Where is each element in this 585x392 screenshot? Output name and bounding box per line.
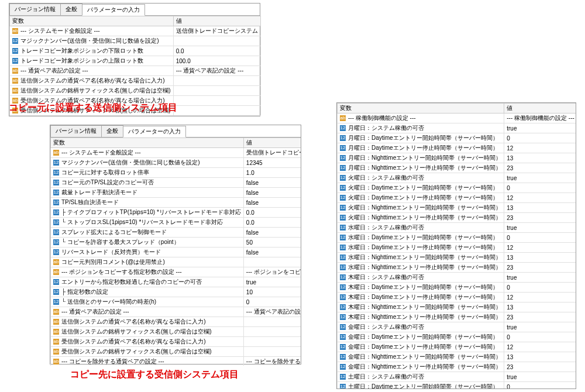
param-value[interactable] [173,106,260,116]
table-row[interactable]: ab--- 通貨ペア表記の設定 ------ 通貨ペア表記の設定 --- [51,307,301,317]
param-value[interactable] [173,76,260,86]
param-value[interactable]: --- ポジションをコピーする指定秒数の設定 --- [243,267,301,277]
param-value[interactable]: 0 [504,283,576,293]
table-row[interactable]: 12土曜日：システム稼働の可否true [338,372,576,382]
param-value[interactable]: true [243,277,301,287]
param-value[interactable]: false [243,247,301,257]
param-value[interactable]: true [504,223,576,233]
table-row[interactable]: abコピー元判別用コメント(@は使用禁止) [51,257,301,267]
param-value[interactable]: 0.0 [173,46,260,56]
table-row[interactable]: 12コピー元のTP/SL設定のコピー可否false [51,178,301,188]
param-value[interactable] [173,96,260,106]
param-value[interactable]: true [504,322,576,332]
table-row[interactable]: ab送信側システムの通貨ペア名(名称が異なる場合に入力) [51,317,301,327]
param-value[interactable]: false [243,228,301,238]
param-value[interactable]: --- 稼働制御機能の設定 --- [504,114,576,123]
table-row[interactable]: ab受信側システムの銘柄サフィックス名(無しの場合は空欄) [51,347,301,357]
table-row[interactable]: 12└ コピーを許容する最大スプレッド（point）50 [51,238,301,247]
param-value[interactable]: false [243,178,301,188]
param-value[interactable]: 0 [504,382,576,389]
table-row[interactable]: 12金曜日：Nighttimeエントリー開始時間帯（サーバー時間）13 [338,352,576,362]
table-row[interactable]: 12└ 送信側とのサーバー時間の時差(h)0 [51,297,301,307]
table-row[interactable]: 12└ ストップロスSL(1pips=10) *リバーストレードモード非対応0.… [51,218,301,228]
param-value[interactable]: 0 [504,183,576,193]
param-value[interactable]: --- コピーを除外する通貨ペアの設定 --- [243,357,301,366]
param-value[interactable]: 12 [504,143,576,153]
param-value[interactable]: 13 [504,153,576,163]
table-row[interactable]: ab送信側システムの銘柄サフィックス名(無しの場合は空欄) [51,327,301,337]
table-row[interactable]: 12金曜日：Daytimeエントリー開始時間帯（サーバー時間）0 [338,332,576,342]
schedule-scroll[interactable]: 変数値 ab--- 稼働制御機能の設定 ------ 稼働制御機能の設定 ---… [337,103,576,388]
table-row[interactable]: ab--- システムモード全般設定 ---送信側トレードコピーシステム [10,26,261,36]
table-row[interactable]: ab送信側システムの通貨ペア名(名称が異なる場合に入力) [10,76,261,86]
table-row[interactable]: 12裁量トレード手動決済モードfalse [51,188,301,198]
param-value[interactable] [243,317,301,327]
param-value[interactable]: 13 [504,253,576,263]
table-row[interactable]: 12火曜日：Nighttimeエントリー開始時間帯（サーバー時間）13 [338,203,576,213]
table-row[interactable]: 12水曜日：Nighttimeエントリー停止時間帯（サーバー時間）23 [338,263,576,273]
tab-general[interactable]: 全般 [60,4,82,15]
table-row[interactable]: 12水曜日：Daytimeエントリー開始時間帯（サーバー時間）0 [338,233,576,243]
tab-general[interactable]: 全般 [101,125,123,137]
table-row[interactable]: 12TP/SL独自決済モードfalse [51,198,301,208]
table-row[interactable]: 12火曜日：システム稼働の可否true [338,173,576,183]
table-row[interactable]: 12リバーストレード（反対売買）モードfalse [51,247,301,257]
param-value[interactable]: true [504,273,576,283]
tab-parameters[interactable]: パラメーターの入力 [123,126,186,137]
table-row[interactable]: ab--- コピーを除外する通貨ペアの設定 ------ コピーを除外する通貨ペ… [51,357,301,366]
table-row[interactable]: 12金曜日：Daytimeエントリー停止時間帯（サーバー時間）12 [338,342,576,352]
table-row[interactable]: 12コピー元に対する取得ロット倍率1.0 [51,168,301,178]
table-row[interactable]: 12スプレッド拡大によるコピー制御モードfalse [51,228,301,238]
param-value[interactable]: 0.0 [243,218,301,228]
param-value[interactable] [173,86,260,96]
table-row[interactable]: 12火曜日：Daytimeエントリー開始時間帯（サーバー時間）0 [338,183,576,193]
table-row[interactable]: 12月曜日：Nighttimeエントリー開始時間帯（サーバー時間）13 [338,153,576,163]
tab-version[interactable]: バージョン情報 [50,125,102,137]
table-row[interactable]: ab--- システムモード全般設定 ---受信側トレードコピーシステム [51,148,301,158]
param-value[interactable] [243,257,301,267]
param-value[interactable]: 1.0 [243,168,301,178]
param-value[interactable]: 12 [504,342,576,352]
param-value[interactable]: 送信側トレードコピーシステム [173,26,260,36]
param-value[interactable]: 23 [504,213,576,223]
param-value[interactable]: 12 [504,293,576,302]
param-value[interactable]: true [504,173,576,183]
table-row[interactable]: 12月曜日：システム稼働の可否true [338,123,576,133]
param-value[interactable]: 23 [504,312,576,322]
table-row[interactable]: 12木曜日：Daytimeエントリー停止時間帯（サーバー時間）12 [338,293,576,302]
param-value[interactable]: 受信側トレードコピーシステム [243,148,301,158]
table-row[interactable]: 12木曜日：システム稼働の可否true [338,273,576,283]
param-value[interactable]: 12 [504,193,576,203]
param-value[interactable]: false [243,198,301,208]
table-row[interactable]: 12月曜日：Daytimeエントリー開始時間帯（サーバー時間）0 [338,133,576,143]
tab-parameters[interactable]: パラメーターの入力 [82,4,145,16]
param-value[interactable]: 23 [504,362,576,372]
table-row[interactable]: ab--- 稼働制御機能の設定 ------ 稼働制御機能の設定 --- [338,114,576,123]
table-row[interactable]: 12土曜日：Daytimeエントリー開始時間帯（サーバー時間）0 [338,382,576,389]
param-value[interactable]: 12 [504,243,576,253]
table-row[interactable]: 12月曜日：Daytimeエントリー停止時間帯（サーバー時間）12 [338,143,576,153]
param-value[interactable] [243,327,301,337]
tab-version[interactable]: バージョン情報 [9,4,61,15]
param-value[interactable]: false [243,188,301,198]
table-row[interactable]: 12木曜日：Nighttimeエントリー開始時間帯（サーバー時間）13 [338,302,576,312]
table-row[interactable]: ab--- ポジションをコピーする指定秒数の設定 ------ ポジションをコピ… [51,267,301,277]
param-value[interactable]: 10 [243,287,301,297]
param-value[interactable]: 0 [243,297,301,307]
table-row[interactable]: 12水曜日：Nighttimeエントリー開始時間帯（サーバー時間）13 [338,253,576,263]
table-row[interactable]: 12水曜日：システム稼働の可否true [338,223,576,233]
param-value[interactable]: 0 [504,233,576,243]
param-value[interactable]: 13 [504,302,576,312]
param-value[interactable]: true [504,123,576,133]
param-value[interactable]: 100.0 [173,56,260,66]
table-row[interactable]: ab--- 通貨ペア表記の設定 ------ 通貨ペア表記の設定 --- [10,66,261,76]
param-value[interactable]: 13 [504,203,576,213]
table-row[interactable]: 12水曜日：Daytimeエントリー停止時間帯（サーバー時間）12 [338,243,576,253]
table-row[interactable]: 12火曜日：Nighttimeエントリー停止時間帯（サーバー時間）23 [338,213,576,223]
param-value[interactable]: 13 [504,352,576,362]
table-row[interactable]: 12木曜日：Nighttimeエントリー停止時間帯（サーバー時間）23 [338,312,576,322]
param-value[interactable]: --- 通貨ペア表記の設定 --- [173,66,260,76]
table-row[interactable]: 12木曜日：Daytimeエントリー開始時間帯（サーバー時間）0 [338,283,576,293]
param-value[interactable]: 23 [504,163,576,173]
param-value[interactable]: 12345 [243,158,301,168]
